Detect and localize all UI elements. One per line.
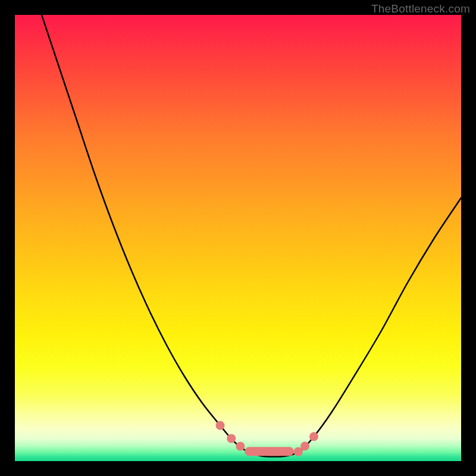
watermark-label: TheBottleneck.com [371,2,470,15]
curve-marker-bead [294,447,303,456]
curve-marker-bead [236,441,245,450]
chart-plot-area [15,15,461,461]
curve-beads [216,421,319,456]
bottleneck-curve [15,15,461,461]
curve-marker-bead [216,421,225,430]
curve-marker-bead [227,434,236,443]
curve-marker-bead [300,441,309,450]
curve-marker-bar [245,447,294,456]
curve-path [42,15,461,457]
chart-frame: TheBottleneck.com [0,0,476,476]
curve-marker-bead [309,432,318,441]
